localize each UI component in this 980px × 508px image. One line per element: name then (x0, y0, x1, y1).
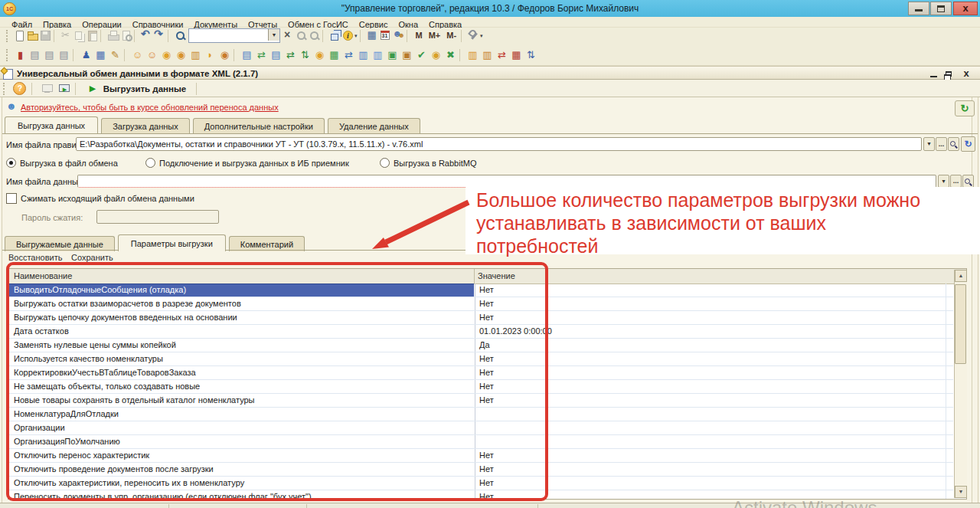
print-preview-icon[interactable] (119, 29, 132, 42)
toolbar2-icon[interactable]: ▥ (371, 48, 385, 62)
toolbar2-icon[interactable]: ▤ (57, 48, 71, 62)
memory-plus-button[interactable]: M+ (426, 28, 444, 43)
toolbar2-icon[interactable]: ⇅ (298, 48, 312, 62)
scroll-up-button[interactable]: ▲ (955, 270, 967, 282)
child-close-button[interactable]: x (960, 69, 972, 79)
info-icon[interactable] (341, 29, 354, 42)
tab-exported-data[interactable]: Выгружаемые данные (5, 236, 115, 251)
search-dropdown-icon[interactable]: ▼ (268, 29, 279, 41)
toolbar2-icon[interactable]: ☺ (130, 48, 145, 62)
child-minimize-button[interactable] (928, 69, 940, 79)
service-settings-icon[interactable] (467, 29, 480, 42)
restore-params-link[interactable]: Восстановить (8, 253, 62, 262)
scrollbar-thumb[interactable] (955, 284, 966, 364)
toolbar2-icon[interactable]: ♟ (79, 48, 93, 62)
tab-comment[interactable]: Комментарий (229, 236, 305, 251)
toolbar2-icon[interactable]: ⇅ (524, 48, 538, 62)
memory-minus-button[interactable]: M- (443, 28, 459, 43)
scroll-down-button[interactable]: ▼ (955, 486, 967, 498)
refresh-button[interactable]: ↻ (955, 100, 975, 116)
minimize-button[interactable] (908, 2, 929, 15)
toolbar2-icon[interactable]: ▥ (356, 48, 371, 62)
rules-file-browse-button[interactable]: ... (936, 137, 947, 151)
clear-find-icon[interactable] (282, 29, 295, 42)
compress-checkbox[interactable] (6, 193, 17, 204)
calendar-icon[interactable] (379, 29, 392, 42)
toolbar2-icon[interactable]: ✖ (443, 48, 458, 62)
radio-circle[interactable] (380, 158, 390, 168)
copy-icon[interactable] (73, 29, 86, 42)
toolbar2-icon[interactable]: ✔ (414, 48, 429, 62)
users-icon[interactable] (392, 29, 405, 42)
open-icon[interactable] (26, 29, 39, 42)
toolbar2-icon[interactable]: ▥ (466, 48, 480, 62)
data-file-browse-button[interactable]: ... (950, 175, 962, 188)
quick-search-input[interactable] (190, 30, 270, 41)
rules-file-input[interactable] (76, 137, 922, 151)
help-icon[interactable]: ? (13, 82, 26, 95)
export-mode-radio-2[interactable]: Выгрузка в RabbitMQ (380, 156, 476, 169)
toolbar2-icon[interactable]: ▤ (269, 48, 283, 62)
child-restore-button[interactable] (943, 69, 956, 79)
toolbar2-icon[interactable]: ▥ (480, 48, 495, 62)
rules-file-open-button[interactable] (948, 137, 959, 151)
reread-rules-button[interactable]: ↻ (961, 136, 975, 152)
export-mode-radio-1[interactable]: Подключение и выгрузка данных в ИБ прием… (145, 156, 349, 169)
toolbar2-icon[interactable]: ◉ (174, 48, 188, 62)
toolbar2-icon[interactable]: ▦ (327, 48, 341, 62)
close-button[interactable]: x (953, 2, 978, 15)
toolbar2-icon[interactable]: ⇄ (341, 48, 356, 62)
redo-icon[interactable] (153, 29, 166, 42)
dropdown-caret-icon[interactable]: ▾ (480, 33, 483, 39)
toolbar2-icon[interactable]: ☺ (145, 48, 159, 62)
toolbar2-icon[interactable]: ◉ (312, 48, 327, 62)
toolbar2-icon[interactable]: ⇄ (495, 48, 509, 62)
toolbar2-icon[interactable]: ▣ (400, 48, 414, 62)
toolbar2-icon[interactable]: ⇄ (254, 48, 269, 62)
save-icon[interactable] (39, 29, 52, 42)
vertical-scrollbar[interactable]: ▲ ▼ (954, 270, 967, 498)
toolbar2-icon[interactable]: ◉ (159, 48, 174, 62)
export-mode-radio-0[interactable]: Выгрузка в файл обмена (6, 156, 118, 169)
new-document-icon[interactable] (13, 29, 26, 42)
toolbar2-icon[interactable]: ⇄ (283, 48, 298, 62)
rules-file-dropdown-button[interactable]: ▼ (923, 137, 935, 151)
data-file-open-button[interactable] (962, 175, 974, 188)
cut-icon[interactable] (60, 29, 73, 42)
paste-icon[interactable] (86, 29, 99, 42)
tab-delete-data[interactable]: Удаление данных (328, 118, 420, 133)
memory-button[interactable]: M (413, 28, 426, 43)
toolbar2-icon[interactable]: ▤ (240, 48, 254, 62)
find-prev-icon[interactable] (308, 29, 321, 42)
toolbar2-icon[interactable]: ▣ (385, 48, 400, 62)
print-icon[interactable] (106, 29, 119, 42)
data-file-input[interactable] (77, 175, 936, 188)
tab-export-data[interactable]: Выгрузка данных (5, 116, 98, 133)
toolbar2-icon[interactable]: ▦ (93, 48, 108, 62)
data-file-dropdown-button[interactable]: ▼ (938, 175, 949, 188)
copy-window-icon[interactable] (328, 29, 341, 42)
radio-circle[interactable] (6, 158, 16, 168)
dropdown-caret-icon[interactable]: ▾ (354, 33, 358, 39)
quick-search-combobox[interactable]: ▼ (188, 28, 280, 43)
toolbar2-icon[interactable]: ▦ (509, 48, 524, 62)
toolbar2-icon[interactable]: ✎ (108, 48, 122, 62)
tab-additional-settings[interactable]: Дополнительные настройки (193, 118, 325, 133)
toolbar2-icon[interactable]: ▤ (28, 48, 42, 62)
maximize-button[interactable] (930, 2, 952, 15)
save-params-link[interactable]: Сохранить (71, 253, 113, 262)
find-next-icon[interactable] (295, 29, 308, 42)
toolbar2-icon[interactable]: ▤ (42, 48, 57, 62)
load-settings-icon[interactable] (41, 82, 54, 95)
compress-password-input[interactable] (96, 210, 219, 224)
toolbar2-icon[interactable]: ◉ (429, 48, 443, 62)
authorize-link[interactable]: Авторизуйтесь, чтобы быть в курсе обновл… (21, 103, 279, 112)
save-settings-icon[interactable] (57, 82, 70, 95)
toolbar2-icon[interactable]: ◗ (203, 48, 217, 62)
toolbar2-icon[interactable]: ▮ (13, 48, 28, 62)
undo-icon[interactable] (140, 29, 153, 42)
tab-export-params[interactable]: Параметры выгрузки (118, 234, 226, 251)
find-icon[interactable] (174, 29, 187, 42)
toolbar2-icon[interactable]: ▥ (188, 48, 203, 62)
toolbar2-icon[interactable]: ◉ (217, 48, 232, 62)
